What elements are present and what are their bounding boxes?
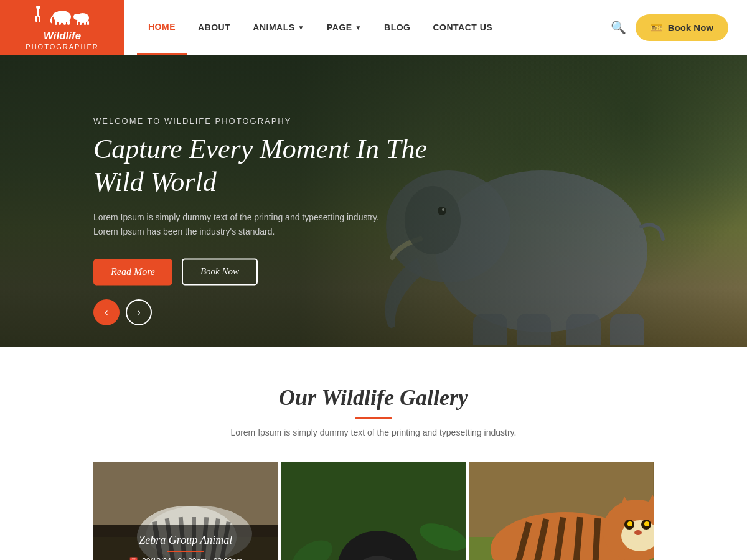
zebra-date: 📅 20/12/24 - 01:00pm - 03:00pm bbox=[103, 557, 269, 560]
svg-rect-12 bbox=[77, 21, 78, 25]
svg-point-9 bbox=[53, 12, 59, 19]
svg-rect-6 bbox=[59, 20, 61, 25]
hero-section: WELCOME TO Wildlife photography Capture … bbox=[0, 55, 747, 347]
read-more-button[interactable]: Read More bbox=[93, 259, 172, 285]
hero-slider-arrows: ‹ › bbox=[93, 299, 152, 325]
svg-point-69 bbox=[644, 521, 649, 526]
gallery-item-zebra[interactable]: Zebra Group Animal 📅 20/12/24 - 01:00pm … bbox=[93, 462, 278, 560]
header: Wildlife Photographer HOME ABOUT ANIMALS… bbox=[0, 0, 747, 55]
logo[interactable]: Wildlife Photographer bbox=[0, 0, 125, 55]
nav-item-page[interactable]: PAGE ▼ bbox=[316, 0, 373, 55]
next-arrow-icon: › bbox=[137, 307, 140, 318]
zebra-title: Zebra Group Animal bbox=[103, 534, 269, 547]
svg-rect-8 bbox=[67, 20, 70, 25]
prev-arrow-icon: ‹ bbox=[105, 307, 108, 318]
prev-slide-button[interactable]: ‹ bbox=[93, 299, 120, 325]
svg-point-11 bbox=[73, 14, 80, 20]
gallery-description: Lorem Ipsum is simply dummy text of the … bbox=[93, 427, 654, 437]
zebra-overlay: Zebra Group Animal 📅 20/12/24 - 01:00pm … bbox=[93, 525, 278, 560]
svg-rect-3 bbox=[39, 16, 40, 22]
svg-rect-14 bbox=[84, 21, 86, 25]
zebra-title-line bbox=[167, 551, 204, 552]
book-now-hero-button[interactable]: Book Now bbox=[182, 259, 258, 286]
ticket-icon: 🎫 bbox=[651, 22, 663, 34]
gallery-item-gorilla[interactable] bbox=[281, 462, 466, 560]
gallery-title: Our Wildlife Gallery bbox=[93, 385, 654, 411]
hero-content: WELCOME TO Wildlife photography Capture … bbox=[93, 116, 436, 285]
book-now-button[interactable]: 🎫 Book Now bbox=[636, 14, 728, 41]
gallery-title-underline bbox=[355, 417, 392, 419]
svg-rect-2 bbox=[35, 16, 37, 22]
gallery-item-tiger[interactable] bbox=[469, 462, 654, 560]
nav-item-about[interactable]: ABOUT bbox=[187, 0, 242, 55]
nav-item-contact[interactable]: CONTACT US bbox=[421, 0, 504, 55]
page-dropdown-icon: ▼ bbox=[355, 24, 362, 31]
nav-item-animals[interactable]: ANIMALS ▼ bbox=[242, 0, 316, 55]
main-nav: HOME ABOUT ANIMALS ▼ PAGE ▼ BLOG CONTACT… bbox=[125, 0, 747, 55]
calendar-icon: 📅 bbox=[129, 557, 138, 560]
svg-rect-16 bbox=[75, 16, 76, 18]
nav-item-blog[interactable]: BLOG bbox=[373, 0, 421, 55]
tiger-image bbox=[469, 462, 654, 560]
next-slide-button[interactable]: › bbox=[126, 299, 152, 325]
hero-subtitle: WELCOME TO Wildlife photography bbox=[93, 116, 436, 126]
svg-rect-13 bbox=[80, 21, 82, 25]
search-button[interactable]: 🔍 bbox=[601, 20, 636, 35]
gallery-header: Our Wildlife Gallery Lorem Ipsum is simp… bbox=[93, 385, 654, 437]
gallery-grid: Zebra Group Animal 📅 20/12/24 - 01:00pm … bbox=[93, 462, 654, 560]
svg-point-68 bbox=[627, 521, 632, 526]
nav-item-home[interactable]: HOME bbox=[137, 0, 187, 55]
logo-subtitle: Photographer bbox=[26, 43, 98, 50]
animals-dropdown-icon: ▼ bbox=[298, 24, 304, 31]
svg-rect-15 bbox=[87, 21, 89, 25]
logo-icon bbox=[34, 4, 90, 30]
search-icon: 🔍 bbox=[611, 21, 626, 34]
hero-description: Lorem Ipsum is simply dummy text of the … bbox=[93, 210, 436, 240]
gallery-section: Our Wildlife Gallery Lorem Ipsum is simp… bbox=[0, 347, 747, 560]
gorilla-image bbox=[281, 462, 466, 560]
hero-buttons: Read More Book Now bbox=[93, 259, 436, 286]
svg-rect-7 bbox=[63, 20, 66, 25]
svg-point-70 bbox=[634, 530, 642, 535]
logo-title: Wildlife bbox=[44, 30, 81, 42]
svg-rect-1 bbox=[36, 6, 40, 9]
hero-title: Capture Every Moment In The Wild World bbox=[93, 133, 436, 199]
svg-rect-5 bbox=[55, 20, 57, 25]
